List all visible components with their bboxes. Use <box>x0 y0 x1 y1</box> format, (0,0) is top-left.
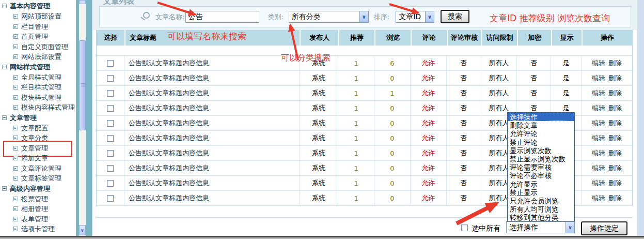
collapse-minus-icon[interactable] <box>2 65 7 69</box>
collapse-minus-icon[interactable] <box>2 115 7 120</box>
sidebar-item[interactable]: 文章管理 <box>2 143 76 154</box>
sidebar-item[interactable]: 网站底部设置 <box>2 52 76 62</box>
article-title-link[interactable]: 公告默认文章标题内容信息 <box>129 103 209 113</box>
sidebar-item[interactable]: 文章标签管理 <box>2 173 76 184</box>
collapse-minus-icon[interactable] <box>2 186 7 191</box>
menu-item[interactable]: 允许显示 <box>508 180 574 188</box>
cell-value-review: 否 <box>460 163 467 173</box>
article-title-link[interactable]: 公告默认文章标题内容信息 <box>129 58 209 68</box>
cell-value-publisher: 系统 <box>312 178 325 188</box>
edit-link[interactable]: 编辑 <box>592 73 605 83</box>
row-checkbox[interactable] <box>107 195 114 202</box>
sidebar-item[interactable]: 投票管理 <box>2 194 76 204</box>
delete-link[interactable]: 删除 <box>608 193 622 203</box>
category-select[interactable]: 所有分类 ∨ <box>289 11 369 23</box>
sort-select-value: 文章ID <box>396 12 421 22</box>
delete-link[interactable]: 删除 <box>608 88 622 98</box>
sidebar-item[interactable]: 栏目管理 <box>2 22 76 32</box>
sidebar-item[interactable]: 文章配置 <box>2 123 76 133</box>
edit-link[interactable]: 编辑 <box>592 58 605 68</box>
select-all-checkbox[interactable] <box>461 225 468 231</box>
row-checkbox[interactable] <box>107 150 114 157</box>
edit-link[interactable]: 编辑 <box>592 178 605 188</box>
row-checkbox[interactable] <box>107 105 114 112</box>
sidebar-item[interactable]: 选项卡管理 <box>2 224 76 234</box>
menu-item[interactable]: 只允许会员浏览 <box>508 197 574 205</box>
sidebar-item[interactable]: 文章分类 <box>2 133 76 143</box>
edit-link[interactable]: 编辑 <box>592 148 605 158</box>
menu-item[interactable]: 显示浏览次数 <box>508 146 574 155</box>
article-title-link[interactable]: 公告默认文章标题内容信息 <box>129 148 209 158</box>
sidebar-item[interactable]: 栏目样式管理 <box>2 82 76 93</box>
sidebar-item[interactable]: 首页管理 <box>2 32 76 42</box>
delete-link[interactable]: 删除 <box>608 148 622 158</box>
sidebar-item[interactable]: 添加文章 <box>2 153 76 163</box>
menu-item[interactable]: 评论需要审核 <box>508 163 574 171</box>
edit-link[interactable]: 编辑 <box>592 88 605 98</box>
cell-value-recommend: 1 <box>354 165 358 172</box>
sidebar-item[interactable]: 全局样式管理 <box>2 72 76 83</box>
sidebar-item[interactable]: 自定义页面管理 <box>2 42 76 52</box>
row-checkbox[interactable] <box>107 180 114 187</box>
table-cell-recommend: 1 <box>338 161 374 175</box>
menu-item[interactable]: 选择操作 <box>508 113 574 121</box>
sidebar-section[interactable]: 基本内容管理 <box>2 1 76 11</box>
article-title-link[interactable]: 公告默认文章标题内容信息 <box>129 118 209 128</box>
sidebar-item[interactable]: 模块内容样式管理 <box>2 102 76 113</box>
search-button[interactable]: 搜索 <box>441 10 469 23</box>
row-checkbox[interactable] <box>107 120 114 127</box>
collapse-minus-icon[interactable] <box>2 4 7 8</box>
apply-action-button[interactable]: 操作选定 <box>581 221 627 235</box>
sidebar-item[interactable]: 模块样式管理 <box>2 93 76 103</box>
menu-item[interactable]: 所有人均可浏览 <box>508 205 574 213</box>
article-title-link[interactable]: 公告默认文章标题内容信息 <box>129 163 209 173</box>
delete-link[interactable]: 删除 <box>608 73 622 83</box>
article-title-link[interactable]: 公告默认文章标题内容信息 <box>129 193 209 203</box>
delete-link[interactable]: 删除 <box>608 118 622 128</box>
edit-link[interactable]: 编辑 <box>592 103 605 113</box>
row-checkbox[interactable] <box>107 90 114 97</box>
menu-item[interactable]: 允许评论 <box>508 129 574 138</box>
article-title-link[interactable]: 公告默认文章标题内容信息 <box>129 88 209 98</box>
sidebar-item[interactable]: 文章评论管理 <box>2 163 76 174</box>
menu-item[interactable]: 删除文章 <box>508 121 574 129</box>
table-cell-title: 公告默认文章标题内容信息 <box>124 146 300 160</box>
sidebar-item[interactable]: 表单管理 <box>2 214 76 225</box>
row-checkbox[interactable] <box>107 60 114 67</box>
delete-link[interactable]: 删除 <box>608 178 622 188</box>
edit-link[interactable]: 编辑 <box>592 193 605 203</box>
scrollbar-up-button[interactable] <box>79 0 86 4</box>
sidebar-section[interactable]: 网站样式管理 <box>2 62 76 72</box>
menu-item[interactable]: 禁止评论 <box>508 138 574 146</box>
chevron-down-icon[interactable]: ∨ <box>425 11 434 22</box>
row-checkbox[interactable] <box>107 75 114 82</box>
delete-link[interactable]: 删除 <box>608 163 622 173</box>
edit-link[interactable]: 编辑 <box>592 133 605 143</box>
sidebar-section[interactable]: 文章管理 <box>2 113 76 123</box>
sidebar-item[interactable]: 网站顶部设置 <box>2 11 76 22</box>
sidebar-section[interactable]: 高级内容管理 <box>2 184 76 194</box>
menu-item[interactable]: 禁止显示浏览次数 <box>508 155 574 163</box>
sidebar-item[interactable]: 相册管理 <box>2 204 76 214</box>
scrollbar-down-button[interactable]: ∨ <box>79 225 86 235</box>
menu-item[interactable]: 评论不必审核 <box>508 171 574 180</box>
bulk-action-select[interactable]: 选择操作 ∨ <box>506 221 575 233</box>
edit-link[interactable]: 编辑 <box>592 118 605 128</box>
article-title-link[interactable]: 公告默认文章标题内容信息 <box>129 178 209 188</box>
row-checkbox[interactable] <box>107 165 114 172</box>
article-title-link[interactable]: 公告默认文章标题内容信息 <box>129 73 209 83</box>
chevron-down-icon[interactable]: ∨ <box>566 222 574 233</box>
row-checkbox[interactable] <box>107 135 114 142</box>
sort-select[interactable]: 文章ID ∨ <box>396 11 434 23</box>
delete-link[interactable]: 删除 <box>608 133 622 143</box>
menu-item[interactable]: 转移到其他分类 <box>508 213 574 221</box>
sidebar-scrollbar-thumb[interactable] <box>79 40 86 130</box>
article-name-input[interactable] <box>185 11 259 23</box>
menu-item[interactable]: 禁止显示 <box>508 188 574 197</box>
content-divider <box>86 0 92 239</box>
chevron-down-icon[interactable]: ∨ <box>359 11 368 22</box>
edit-link[interactable]: 编辑 <box>592 163 605 173</box>
article-title-link[interactable]: 公告默认文章标题内容信息 <box>129 133 209 143</box>
delete-link[interactable]: 删除 <box>608 58 622 68</box>
delete-link[interactable]: 删除 <box>608 103 622 113</box>
